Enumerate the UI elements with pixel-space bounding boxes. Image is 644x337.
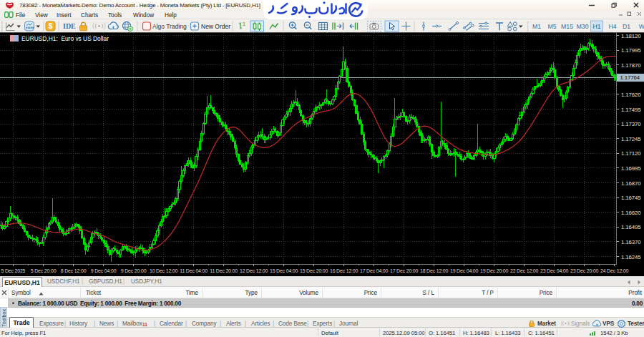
- svg-text:1.17370: 1.17370: [621, 121, 641, 127]
- svg-text:19 Dec 04:00: 19 Dec 04:00: [450, 268, 479, 273]
- svg-text:19 Dec 20:00: 19 Dec 20:00: [480, 268, 509, 273]
- svg-text:16 Dec 12:00: 16 Dec 12:00: [330, 268, 358, 273]
- svg-text:$: $: [49, 22, 53, 30]
- svg-text:M15: M15: [561, 23, 573, 30]
- svg-text:17 Dec 20:00: 17 Dec 20:00: [390, 268, 419, 273]
- svg-text:1.16370: 1.16370: [621, 239, 641, 245]
- svg-text:15 Dec 20:00: 15 Dec 20:00: [300, 268, 328, 273]
- svg-text:1.17245: 1.17245: [621, 136, 641, 142]
- svg-text:1.16995: 1.16995: [621, 165, 641, 172]
- svg-text:M1: M1: [532, 23, 541, 30]
- svg-text:1.17495: 1.17495: [621, 107, 641, 113]
- svg-text:24 Dec 12:00: 24 Dec 12:00: [600, 268, 629, 273]
- svg-text:1.16870: 1.16870: [621, 180, 641, 187]
- svg-text:H4: H4: [608, 23, 616, 30]
- svg-text:10 Dec 12:00: 10 Dec 12:00: [150, 268, 178, 273]
- svg-text:17 Dec 04:00: 17 Dec 04:00: [360, 268, 389, 273]
- svg-text:W: W: [639, 23, 644, 30]
- svg-text:New Order: New Order: [201, 23, 230, 30]
- svg-text:18 Dec 12:00: 18 Dec 12:00: [420, 268, 449, 273]
- svg-text:M5: M5: [547, 23, 556, 30]
- svg-text:8 Dec 12:00: 8 Dec 12:00: [61, 268, 87, 273]
- svg-text:1.16745: 1.16745: [621, 195, 641, 201]
- svg-text:23 Dec 04:00: 23 Dec 04:00: [540, 268, 569, 273]
- svg-text:22 Dec 12:00: 22 Dec 12:00: [510, 268, 539, 273]
- svg-text:1.17120: 1.17120: [621, 150, 641, 157]
- svg-text:11 Dec 04:00: 11 Dec 04:00: [180, 268, 208, 273]
- svg-text:9 Dec 04:00: 9 Dec 04:00: [91, 268, 117, 273]
- svg-text:5 Dec 20:00: 5 Dec 20:00: [31, 268, 57, 273]
- svg-text:1.18120: 1.18120: [621, 33, 641, 39]
- svg-text:EURUSD,H1: Euro vs US Dollar: EURUSD,H1: Euro vs US Dollar: [21, 35, 109, 42]
- svg-text:1.17764: 1.17764: [620, 74, 640, 81]
- svg-text:23 Dec 20:00: 23 Dec 20:00: [570, 268, 599, 273]
- svg-text:1.17870: 1.17870: [621, 62, 641, 69]
- svg-text:H1: H1: [592, 23, 600, 30]
- svg-text:Toolbox: Toolbox: [1, 308, 7, 327]
- svg-text:15 Dec 04:00: 15 Dec 04:00: [270, 268, 298, 273]
- svg-text:1: 1: [243, 21, 245, 26]
- svg-text:12 Dec 12:00: 12 Dec 12:00: [240, 268, 268, 273]
- svg-text:IDE: IDE: [63, 22, 76, 30]
- svg-text:1.16495: 1.16495: [621, 224, 641, 230]
- svg-text:Algo Trading: Algo Trading: [152, 23, 187, 30]
- svg-text:1.16245: 1.16245: [621, 254, 641, 260]
- svg-text:9 Dec 20:00: 9 Dec 20:00: [121, 268, 147, 273]
- svg-text:M30: M30: [576, 23, 588, 30]
- svg-text:1.16620: 1.16620: [621, 210, 641, 216]
- svg-text:1.17995: 1.17995: [621, 47, 641, 54]
- svg-text:5 Dec 2025: 5 Dec 2025: [1, 268, 26, 273]
- svg-text:11 Dec 20:00: 11 Dec 20:00: [210, 268, 238, 273]
- svg-text:D1: D1: [623, 23, 630, 30]
- svg-text:1.17620: 1.17620: [621, 92, 641, 98]
